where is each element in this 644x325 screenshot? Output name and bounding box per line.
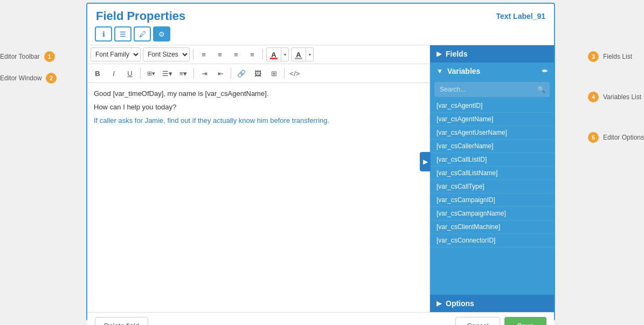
fields-arrow-icon: ▶: [437, 50, 441, 58]
editor-window-text: Editor Window: [0, 74, 41, 82]
align-justify-button[interactable]: ≡: [245, 47, 259, 61]
options-section: ▶ Options: [430, 295, 554, 312]
highlight-a-icon: A: [296, 51, 301, 58]
bold-icon: B: [95, 70, 100, 78]
underline-button[interactable]: U: [123, 66, 137, 80]
variable-item[interactable]: [var_csCallType]: [430, 180, 554, 193]
variable-item[interactable]: [var_csConnectorID]: [430, 234, 554, 247]
variables-section: ▼ Variables ✏ 🔍 [var_csAgentID][var_csAg…: [430, 63, 554, 295]
color-underline-gray: [295, 58, 302, 59]
divider-1: [193, 49, 193, 60]
right-panel: ▶ Fields ▼ Variables ✏ 🔍: [430, 45, 554, 312]
variables-search-input[interactable]: [434, 82, 550, 97]
source-icon: </>: [290, 70, 300, 78]
font-sizes-select[interactable]: Font Sizes: [143, 47, 190, 61]
divider-6: [284, 68, 285, 79]
search-box: 🔍: [434, 82, 550, 97]
pen-icon: 🖊: [139, 30, 146, 38]
variable-item[interactable]: [var_csAgentUserName]: [430, 126, 554, 140]
source-button[interactable]: </>: [288, 66, 302, 80]
indent-btn[interactable]: ⇥: [197, 66, 211, 80]
underline-icon: U: [127, 70, 132, 78]
divider-5: [231, 68, 231, 79]
font-family-select[interactable]: Font Family: [91, 47, 141, 61]
editor-line-2: How can I help you today?: [94, 102, 423, 113]
gear-icon: ⚙: [158, 30, 165, 38]
image-button[interactable]: 🖼: [251, 66, 265, 80]
list-icon-2: ☰▾: [162, 70, 172, 78]
highlight-dropdown-button[interactable]: ▾: [306, 48, 313, 61]
variable-item[interactable]: [var_csCampaignID]: [430, 193, 554, 207]
link-button[interactable]: 🔗: [234, 66, 248, 80]
color-underline-red: [270, 58, 278, 59]
options-header[interactable]: ▶ Options: [430, 295, 554, 312]
editor-options-badge: 5: [588, 132, 599, 143]
highlight-color-button[interactable]: A: [292, 48, 306, 61]
editor-window[interactable]: Good [var_timeOfDay], my name is [var_cs…: [87, 83, 430, 312]
variables-header: ▼ Variables ✏: [430, 63, 554, 80]
variable-item[interactable]: [var_csCallListID]: [430, 153, 554, 167]
ordered-list-button[interactable]: ≡▾: [176, 66, 190, 80]
options-label: Options: [446, 299, 474, 308]
italic-button[interactable]: I: [107, 66, 121, 80]
align-right-button[interactable]: ≡: [229, 47, 243, 61]
unordered-list-button[interactable]: ☰▾: [160, 66, 174, 80]
editor-options-label: 5 Editor Options: [588, 132, 644, 143]
font-color-a-icon: A: [271, 51, 276, 58]
editor-line-3: If caller asks for Jamie, find out if th…: [94, 115, 423, 127]
variables-list-text: Variables List: [603, 93, 641, 101]
cancel-button[interactable]: Cancel: [455, 317, 500, 325]
bottom-bar: Delete field Cancel Save: [87, 312, 554, 325]
outdent-btn[interactable]: ⇤: [213, 66, 227, 80]
fields-section-header[interactable]: ▶ Fields: [430, 45, 554, 63]
indent-icon: ⇥: [202, 70, 207, 78]
divider-2: [262, 49, 263, 60]
tab-list[interactable]: ☰: [114, 26, 131, 42]
link-icon: 🔗: [237, 70, 246, 78]
panel-header: Field Properties Text Label_91: [87, 4, 554, 26]
panel-title: Field Properties: [96, 9, 185, 23]
variables-list[interactable]: [var_csAgentID][var_csAgentName][var_csA…: [430, 99, 554, 295]
collapse-panel-button[interactable]: ▶: [420, 152, 431, 171]
divider-4: [193, 68, 194, 79]
panel-subtitle: Text Label_91: [496, 12, 545, 20]
tab-pen[interactable]: 🖊: [134, 26, 151, 42]
image-icon: 🖼: [254, 70, 261, 78]
delete-field-button[interactable]: Delete field: [95, 317, 148, 325]
variable-item[interactable]: [var_csCallerName]: [430, 140, 554, 153]
align-left-icon: ≡: [202, 51, 206, 59]
font-color-group[interactable]: A ▾: [266, 47, 289, 61]
variable-item[interactable]: [var_csCampaignName]: [430, 207, 554, 220]
right-buttons: Cancel Save: [455, 317, 546, 325]
align-center-button[interactable]: ≡: [213, 47, 227, 61]
font-color-button[interactable]: A: [267, 48, 281, 61]
save-button[interactable]: Save: [504, 317, 546, 325]
chevron-right-icon: ▶: [423, 158, 428, 165]
tab-info[interactable]: ℹ: [95, 26, 112, 42]
table2-button[interactable]: ⊞: [267, 66, 281, 80]
variables-list-badge: 4: [588, 92, 599, 102]
outdent-icon: ⇤: [218, 70, 224, 78]
chevron-down-icon: ▾: [284, 52, 286, 57]
align-left-button[interactable]: ≡: [197, 47, 211, 61]
editor-window-label: Editor Window 2: [0, 73, 57, 84]
tab-gear[interactable]: ⚙: [153, 26, 170, 42]
content-area: Font Family Font Sizes ≡ ≡ ≡: [87, 45, 554, 312]
highlight-color-group[interactable]: A ▾: [291, 47, 314, 61]
edit-icon[interactable]: ✏: [542, 67, 548, 75]
editor-side: Font Family Font Sizes ≡ ≡ ≡: [87, 45, 430, 312]
variables-label: Variables: [447, 67, 481, 75]
editor-toolbar-badge: 1: [44, 51, 55, 62]
variable-item[interactable]: [var_csAgentID]: [430, 99, 554, 113]
font-color-dropdown-button[interactable]: ▾: [281, 48, 288, 61]
variable-item[interactable]: [var_csClientMachine]: [430, 220, 554, 234]
editor-line-1: Good [var_timeOfDay], my name is [var_cs…: [94, 88, 423, 100]
fields-list-label: 3 Fields List: [588, 51, 644, 62]
bold-button[interactable]: B: [91, 66, 105, 80]
variable-item[interactable]: [var_csCallListName]: [430, 167, 554, 180]
variable-item[interactable]: [var_csAgentName]: [430, 113, 554, 126]
align-center-icon: ≡: [218, 51, 222, 59]
fields-list-badge: 3: [588, 51, 599, 62]
toolbar-row-1: Font Family Font Sizes ≡ ≡ ≡: [87, 45, 430, 64]
table-button[interactable]: ⊞▾: [144, 66, 158, 80]
